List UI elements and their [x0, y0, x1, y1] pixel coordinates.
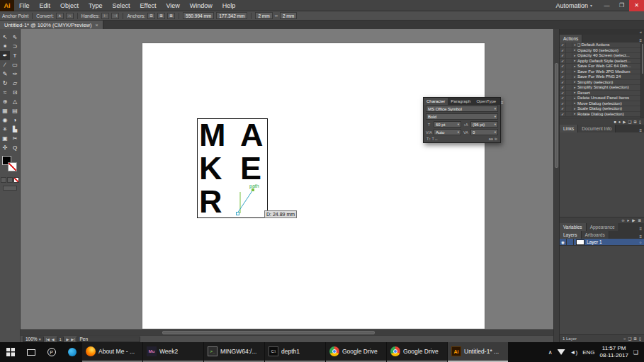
- kerning-field[interactable]: Auto ▾: [434, 129, 461, 135]
- expand-arrow-icon[interactable]: ▾: [572, 43, 577, 47]
- zoom-level-field[interactable]: 100% ▾: [23, 336, 44, 342]
- new-layer-button[interactable]: ⊞: [633, 336, 637, 341]
- action-row[interactable]: ✓ ▸ Simplify Straight (selection): [560, 85, 644, 91]
- type-tool[interactable]: T: [10, 51, 20, 60]
- minimize-button[interactable]: —: [599, 0, 614, 11]
- edit-original-button[interactable]: ⊞: [638, 218, 641, 222]
- action-row[interactable]: ✓ ▸ Move Dialog (selection): [560, 101, 644, 107]
- checkmark-icon[interactable]: ✓: [560, 85, 566, 90]
- close-tab-icon[interactable]: ×: [96, 23, 98, 28]
- stop-playing-button[interactable]: ■: [614, 120, 616, 124]
- dialog-toggle[interactable]: [566, 64, 572, 69]
- expand-arrow-icon[interactable]: ▸: [572, 107, 577, 111]
- gradient-tool[interactable]: ▤: [10, 106, 20, 115]
- tracking-field[interactable]: 0 ▾: [470, 129, 498, 135]
- tab-character[interactable]: Character: [424, 98, 448, 105]
- mesh-tool[interactable]: ▦: [0, 106, 10, 115]
- show-hidden-icons-button[interactable]: ∧: [548, 349, 553, 356]
- checkmark-icon[interactable]: ✓: [560, 80, 566, 85]
- checkmark-icon[interactable]: ✓: [560, 53, 566, 58]
- pencil-tool[interactable]: ✑: [10, 69, 20, 79]
- checkmark-icon[interactable]: ✓: [560, 74, 566, 79]
- y-position-field[interactable]: 177.342 mm: [216, 12, 247, 19]
- action-row[interactable]: ✓ ▸ Rotate Dialog (selection): [560, 112, 644, 118]
- play-action-button[interactable]: ▶: [623, 120, 626, 124]
- target-icon[interactable]: ○: [637, 240, 644, 244]
- line-segment-tool[interactable]: ∕: [0, 60, 10, 69]
- actions-scrollbar-thumb[interactable]: [642, 44, 643, 74]
- dialog-toggle[interactable]: [566, 74, 572, 79]
- direct-selection-tool[interactable]: ⇖: [10, 33, 20, 42]
- artboard-tool[interactable]: ▣: [0, 134, 10, 143]
- eyedropper-tool[interactable]: ◉: [0, 115, 10, 125]
- expand-arrow-icon[interactable]: ▸: [572, 75, 577, 79]
- delete-layer-button[interactable]: ▯: [639, 336, 641, 341]
- rectangle-tool[interactable]: ▭: [10, 60, 20, 69]
- expand-arrow-icon[interactable]: ▸: [572, 48, 577, 52]
- action-row[interactable]: ✓ ▸ Save For Web JPG Medium: [560, 69, 644, 75]
- vertical-scrollbar-thumb[interactable]: [555, 63, 558, 168]
- screen-mode-button[interactable]: [3, 186, 17, 191]
- actions-scrollbar[interactable]: [640, 43, 644, 118]
- checkmark-icon[interactable]: ✓: [560, 101, 566, 106]
- zoom-tool[interactable]: Q: [10, 143, 20, 152]
- shape-builder-tool[interactable]: ⊕: [0, 97, 10, 106]
- layer-name[interactable]: Layer 1: [587, 239, 637, 244]
- new-action-button[interactable]: ⊞: [633, 120, 637, 124]
- color-button[interactable]: [1, 177, 6, 183]
- link-dimensions-icon[interactable]: ∞: [275, 13, 278, 18]
- show-handles-button[interactable]: ⊢: [101, 13, 109, 19]
- slice-tool[interactable]: ✂: [10, 134, 20, 143]
- update-link-button[interactable]: ▶: [632, 218, 635, 222]
- dialog-toggle[interactable]: [566, 48, 572, 53]
- tab-layers[interactable]: Layers: [560, 231, 582, 239]
- checkmark-icon[interactable]: ✓: [560, 112, 566, 117]
- canvas-pasteboard[interactable]: M A K E R path D: 24.89 mm: [21, 29, 553, 329]
- task-view-button[interactable]: [21, 342, 41, 362]
- people-button[interactable]: P: [41, 342, 62, 362]
- taskbar-app-illustrator[interactable]: Ai Untitled-1* ...: [448, 342, 508, 362]
- dialog-toggle[interactable]: [566, 59, 572, 64]
- hand-tool[interactable]: ✣: [0, 143, 10, 152]
- expand-arrow-icon[interactable]: ▸: [572, 64, 577, 68]
- workspace-switcher[interactable]: Automation ▾: [548, 2, 599, 9]
- relink-button[interactable]: ∞: [621, 218, 624, 222]
- tab-variables[interactable]: Variables: [560, 223, 587, 231]
- action-row[interactable]: ✓ ▸ Opacity 60 (selection): [560, 48, 644, 54]
- font-style-select[interactable]: Bold ▾: [426, 113, 498, 120]
- cut-path-button[interactable]: ⊠: [167, 13, 175, 19]
- tab-actions[interactable]: Actions: [560, 35, 582, 43]
- menu-edit[interactable]: Edit: [35, 0, 56, 11]
- go-to-link-button[interactable]: ▸: [627, 218, 629, 222]
- tab-opentype[interactable]: OpenType: [473, 98, 499, 105]
- make-mask-button[interactable]: ○: [623, 336, 626, 341]
- menu-help[interactable]: Help: [218, 0, 241, 11]
- menu-object[interactable]: Object: [55, 0, 84, 11]
- next-artboard-button[interactable]: ▶: [66, 337, 69, 341]
- action-row[interactable]: ✓ ▸ Apply Default Style (select...: [560, 59, 644, 64]
- horizontal-scrollbar[interactable]: [21, 329, 553, 335]
- new-set-button[interactable]: ❑: [628, 120, 631, 124]
- remove-anchor-button[interactable]: ⊟: [147, 13, 155, 19]
- action-row[interactable]: ✓ ▸ Scale Dialog (selection): [560, 106, 644, 112]
- convert-smooth-button[interactable]: ∩: [66, 13, 74, 19]
- checkmark-icon[interactable]: ✓: [560, 91, 566, 96]
- expand-arrow-icon[interactable]: ▸: [572, 86, 577, 89]
- convert-corner-button[interactable]: ∧: [56, 13, 64, 19]
- dialog-toggle[interactable]: [566, 96, 572, 101]
- free-transform-tool[interactable]: ⊡: [10, 88, 20, 97]
- ligature-icons[interactable]: aa ≋: [489, 137, 497, 141]
- action-row[interactable]: ✓ ▸ Save For Web PNG 24: [560, 74, 644, 80]
- document-tab[interactable]: Untitled-1* @ 100% (CMYK/Preview) ×: [0, 21, 103, 29]
- restore-button[interactable]: ❐: [614, 0, 629, 11]
- menu-window[interactable]: Window: [185, 0, 218, 11]
- selection-tool[interactable]: ↖: [0, 33, 10, 42]
- checkmark-icon[interactable]: ✓: [560, 43, 566, 47]
- width-tool[interactable]: ≈: [0, 88, 10, 97]
- visibility-eye-icon[interactable]: ◉: [560, 239, 567, 245]
- action-row[interactable]: ✓ ▸ Simplify (selection): [560, 80, 644, 86]
- action-row[interactable]: ✓ ▸ Revert: [560, 91, 644, 96]
- dialog-toggle[interactable]: [566, 101, 572, 106]
- collapse-panels-icon[interactable]: «: [640, 30, 642, 34]
- x-position-field[interactable]: 550.994 mm: [183, 12, 214, 19]
